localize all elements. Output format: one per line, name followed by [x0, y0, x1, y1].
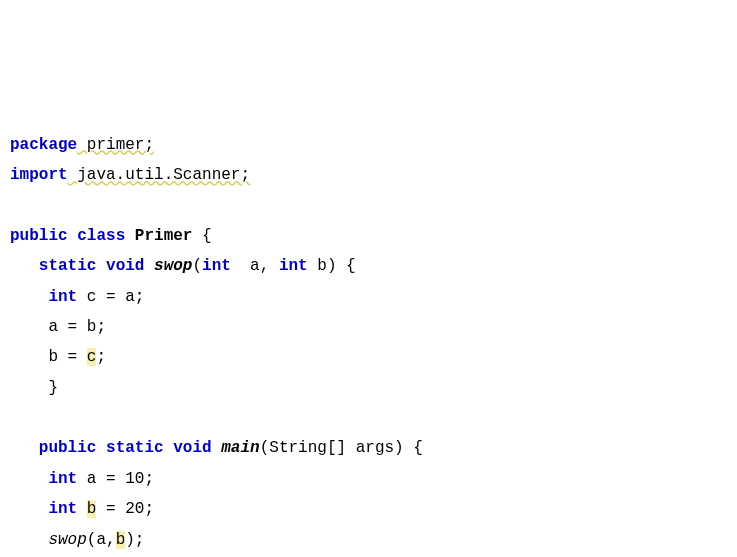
statement: a = b;	[10, 318, 106, 336]
code-line: package primer;	[10, 136, 154, 154]
keyword-import: import	[10, 166, 68, 184]
keyword-int: int	[48, 470, 77, 488]
code-line: a = b;	[10, 318, 106, 336]
highlight-c: c	[87, 348, 97, 366]
keyword-package: package	[10, 136, 77, 154]
brace: }	[10, 379, 58, 397]
keyword-void: void	[173, 439, 211, 457]
keyword-static: static	[39, 257, 97, 275]
code-line: int b = 20;	[10, 500, 154, 518]
keyword-int: int	[202, 257, 231, 275]
code-line: int c = a;	[10, 288, 144, 306]
semicolon: ;	[96, 348, 106, 366]
code-line: int a = 10;	[10, 470, 154, 488]
brace: {	[192, 227, 211, 245]
keyword-int: int	[48, 500, 77, 518]
package-name: primer;	[77, 136, 154, 154]
keyword-static: static	[106, 439, 164, 457]
code-line: import java.util.Scanner;	[10, 166, 250, 184]
code-line: static void swop(int a, int b) {	[10, 257, 356, 275]
class-name: Primer	[135, 227, 193, 245]
code-line: swop(a,b);	[10, 531, 144, 549]
params: (String[] args) {	[260, 439, 423, 457]
method-call-swop: swop	[48, 531, 86, 549]
import-name: java.util.Scanner;	[68, 166, 250, 184]
args: (a,	[87, 531, 116, 549]
indent	[10, 257, 39, 275]
keyword-void: void	[106, 257, 144, 275]
highlight-b: b	[87, 500, 97, 518]
keyword-public: public	[10, 227, 68, 245]
code-line: public class Primer {	[10, 227, 212, 245]
params: a,	[231, 257, 279, 275]
paren: (	[192, 257, 202, 275]
keyword-public: public	[39, 439, 97, 457]
statement: b =	[10, 348, 87, 366]
indent	[10, 470, 48, 488]
method-name-main: main	[221, 439, 259, 457]
statement: c = a;	[77, 288, 144, 306]
keyword-class: class	[77, 227, 125, 245]
method-name-swop: swop	[154, 257, 192, 275]
code-line: }	[10, 379, 58, 397]
highlight-b: b	[116, 531, 126, 549]
indent	[10, 500, 48, 518]
indent	[10, 288, 48, 306]
statement: = 20;	[96, 500, 154, 518]
statement: a = 10;	[77, 470, 154, 488]
keyword-int: int	[279, 257, 308, 275]
code-line: b = c;	[10, 348, 106, 366]
code-editor: package primer; import java.util.Scanner…	[10, 130, 727, 557]
args: );	[125, 531, 144, 549]
keyword-int: int	[48, 288, 77, 306]
indent	[10, 531, 48, 549]
indent	[10, 439, 39, 457]
params: b) {	[308, 257, 356, 275]
space	[77, 500, 87, 518]
code-line: public static void main(String[] args) {	[10, 439, 423, 457]
